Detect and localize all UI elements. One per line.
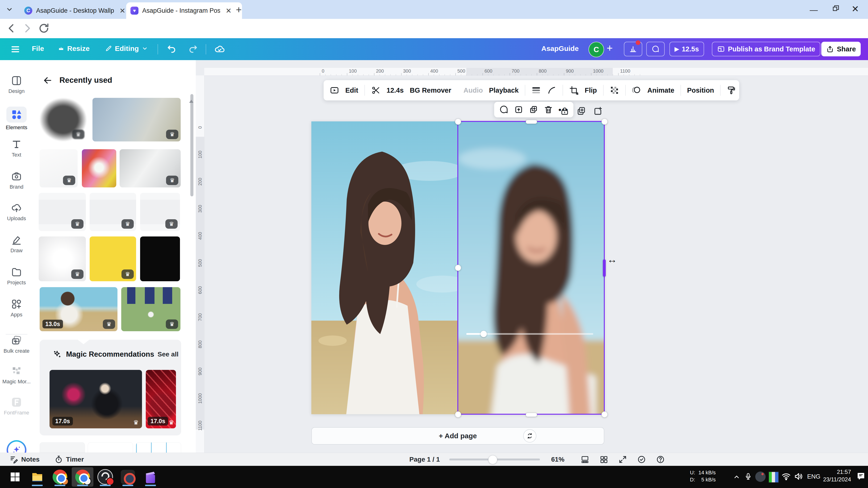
lock-icon[interactable] (560, 106, 569, 116)
insights-button[interactable] (624, 42, 642, 56)
add-page-button[interactable]: + Add page (311, 427, 604, 445)
window-close-button[interactable]: ✕ (851, 4, 859, 14)
taskbar-app-clipchamp[interactable] (140, 467, 161, 487)
zoom-slider[interactable] (450, 459, 540, 460)
clip-duration-label[interactable]: 12.4s (386, 87, 404, 94)
duplicate-icon[interactable] (529, 105, 538, 115)
crop-icon[interactable] (569, 86, 579, 95)
panel-scrollbar[interactable] (190, 94, 193, 196)
tab-close-icon[interactable]: ✕ (118, 6, 127, 15)
window-restore-button[interactable] (832, 4, 840, 13)
recent-thumb-black[interactable] (140, 236, 180, 281)
sidebar-item-fontframe[interactable]: FontFrame (0, 396, 33, 416)
canvas-image-left[interactable] (311, 121, 458, 414)
present-icon[interactable] (514, 105, 523, 115)
magic-video-thumb[interactable]: 17.0s ♛ (146, 370, 176, 428)
animate-label[interactable]: Animate (647, 87, 674, 94)
resize-handle-top-right[interactable] (601, 119, 608, 125)
resize-handle-bottom-left[interactable] (455, 412, 461, 418)
recent-thumb-panel[interactable]: ♛ (39, 193, 86, 231)
edit-label[interactable]: Edit (345, 87, 358, 94)
resize-handle-middle-left[interactable] (455, 265, 461, 271)
animate-icon[interactable] (632, 86, 641, 95)
timer-label[interactable]: Timer (66, 456, 84, 463)
window-minimize-button[interactable]: — (808, 5, 819, 14)
publish-brand-template-button[interactable]: Publish as Brand Template (712, 42, 820, 56)
zoom-slider-thumb[interactable] (488, 455, 497, 464)
volume-icon[interactable] (794, 471, 804, 481)
grid-view-icon[interactable] (599, 455, 608, 464)
sidebar-item-projects[interactable]: Projects (0, 266, 33, 286)
copy-style-icon[interactable] (727, 86, 736, 95)
wifi-icon[interactable] (781, 471, 791, 481)
new-tab-button[interactable]: + (236, 4, 242, 15)
back-button[interactable] (5, 22, 18, 34)
recent-thumb-silver[interactable]: ♛ (120, 149, 181, 187)
transparency-icon[interactable] (531, 86, 541, 95)
comment-icon[interactable] (499, 105, 508, 115)
tab-close-icon[interactable]: ✕ (224, 6, 233, 15)
tray-expand-chevron-icon[interactable] (733, 474, 740, 481)
sidebar-item-brand[interactable]: Brand (0, 171, 33, 190)
notes-label[interactable]: Notes (21, 456, 40, 463)
taskbar-app-start[interactable] (4, 467, 26, 487)
recent-thumb-yellow[interactable]: ♛ (90, 236, 136, 281)
flip-label[interactable]: Flip (585, 87, 597, 94)
trim-scissors-icon[interactable] (371, 86, 380, 95)
delete-trash-icon[interactable] (544, 105, 553, 115)
recent-thumb-dark[interactable]: ♛ (40, 98, 87, 141)
see-all-link[interactable]: See all (158, 351, 179, 358)
bg-remover-label[interactable]: BG Remover (410, 87, 451, 94)
sidebar-item-text[interactable]: Text (0, 139, 33, 158)
add-member-button[interactable]: + (607, 42, 613, 54)
timer-icon[interactable] (54, 455, 63, 464)
taskbar-app-recorder[interactable] (117, 467, 139, 487)
loop-indicator-button[interactable] (523, 429, 536, 443)
taskbar-app-obs[interactable] (94, 467, 116, 487)
resize-handle-top-middle[interactable] (526, 120, 537, 124)
recent-thumb-panel[interactable]: ♛ (140, 193, 180, 231)
recent-thumb-soccer[interactable]: ♛ (121, 287, 181, 331)
menu-hamburger-icon[interactable] (10, 44, 20, 54)
fullscreen-icon[interactable] (618, 455, 627, 464)
language-indicator[interactable]: ENG (807, 473, 820, 480)
gpu-tray-icon[interactable] (769, 471, 779, 483)
recent-thumb-glow[interactable]: ♛ (39, 236, 86, 281)
recent-thumb-holo[interactable] (82, 149, 116, 187)
account-avatar[interactable]: C (588, 42, 604, 57)
undo-button[interactable] (166, 44, 177, 55)
resize-handle-middle-right[interactable] (603, 259, 606, 277)
resize-handle-bottom-middle[interactable] (526, 413, 537, 417)
element-th​umb-line[interactable] (88, 442, 133, 453)
taskbar-app-chrome-1[interactable] (49, 467, 71, 487)
taskbar-app-explorer[interactable] (26, 467, 48, 487)
sidebar-item-uploads[interactable]: Uploads (0, 202, 33, 222)
recent-thumb-white[interactable]: ♛ (40, 149, 78, 187)
recent-thumb-girl[interactable]: 13.0s♛ (40, 287, 118, 331)
sidebar-item-apps[interactable]: Apps (0, 298, 33, 318)
play-preview-button[interactable]: ▶ 12.5s (670, 42, 704, 56)
zoom-percent[interactable]: 61% (551, 456, 564, 463)
corner-rounding-icon[interactable] (547, 86, 556, 95)
playback-label[interactable]: Playback (489, 87, 519, 94)
taskbar-app-chrome-2[interactable] (72, 467, 93, 487)
obs-tray-icon[interactable] (755, 471, 766, 482)
help-icon[interactable] (656, 455, 665, 464)
element-th​umb-grid[interactable] (136, 442, 181, 453)
sidebar-item-bulk-create[interactable]: Bulk create (0, 335, 33, 354)
sidebar-item-draw[interactable]: Draw (0, 234, 33, 254)
notes-icon[interactable] (9, 455, 19, 464)
file-menu[interactable]: File (32, 44, 44, 53)
resize-menu[interactable]: Resize (58, 44, 90, 53)
add-page-shortcut-icon[interactable] (593, 106, 603, 116)
scroll-up-arrow-icon[interactable] (189, 100, 193, 103)
sidebar-item-elements[interactable]: Elements (0, 106, 33, 131)
sidebar-item-magic-mor[interactable]: Magic Mor... (0, 365, 33, 385)
duplicate-page-icon[interactable] (576, 106, 586, 116)
reload-button[interactable] (38, 22, 50, 34)
resize-handle-bottom-right[interactable] (601, 412, 608, 418)
panel-back-arrow-icon[interactable] (43, 76, 52, 85)
recent-thumb-panel[interactable]: ♛ (90, 193, 136, 231)
sidebar-item-design[interactable]: Design (0, 75, 33, 94)
browser-tab-inactive[interactable]: C AsapGuide - Desktop Wallpape ✕ (20, 2, 132, 19)
